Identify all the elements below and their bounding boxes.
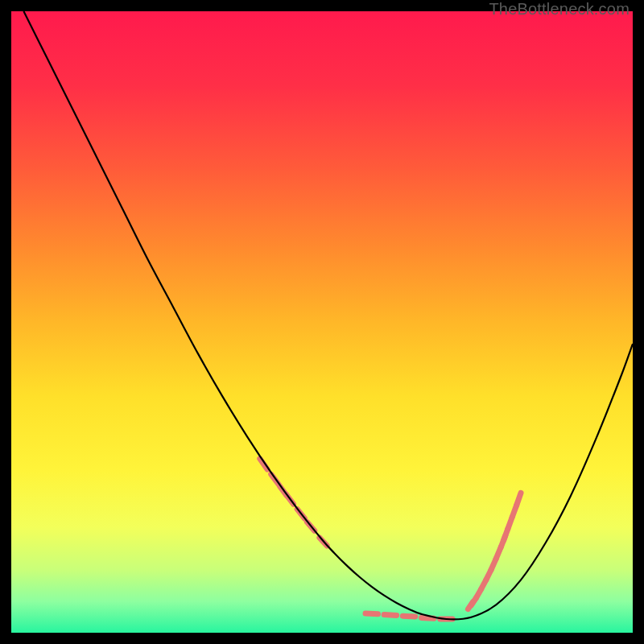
highlight-dash <box>402 616 415 617</box>
chart-frame <box>11 11 633 633</box>
highlight-dash <box>384 615 396 616</box>
watermark-label: TheBottleneck.com <box>489 0 630 19</box>
bottleneck-chart <box>11 11 633 633</box>
highlight-dash <box>422 617 434 618</box>
highlight-dash <box>365 613 378 614</box>
